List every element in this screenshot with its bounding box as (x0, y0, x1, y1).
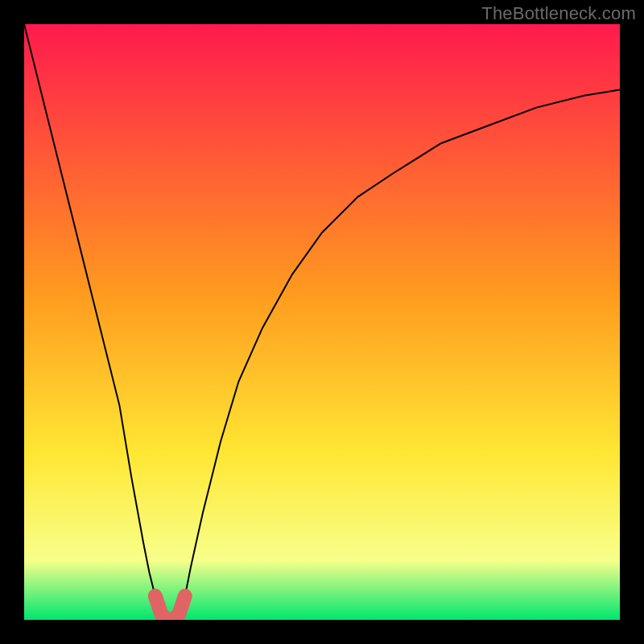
plot-area (24, 24, 620, 620)
watermark-text: TheBottleneck.com (481, 3, 636, 24)
bottleneck-chart (24, 24, 620, 620)
chart-frame: TheBottleneck.com (0, 0, 644, 644)
gradient-background (24, 24, 620, 620)
